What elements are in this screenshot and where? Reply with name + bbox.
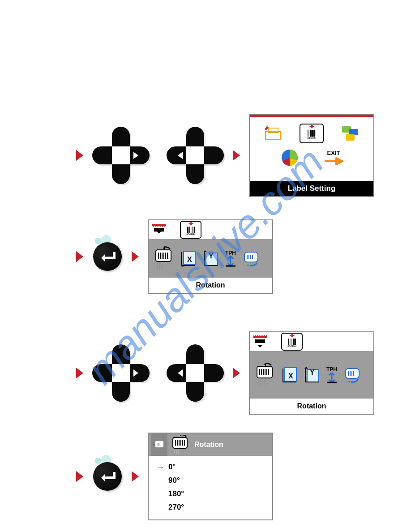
option-label: 180° (168, 489, 184, 498)
svg-rect-5 (346, 134, 355, 141)
step-arrow-icon (76, 251, 83, 262)
rotation-option[interactable]: 90° (156, 474, 265, 487)
step-arrow-icon (76, 150, 83, 161)
step-arrow-icon (76, 368, 83, 378)
svg-rect-33 (255, 339, 265, 343)
screen-footer-label: Rotation (250, 399, 373, 414)
devices-icon (337, 123, 364, 144)
x-offset-icon: X (179, 249, 197, 267)
option-label: 0° (168, 463, 176, 472)
tab-darkness-icon (151, 223, 167, 236)
tph-icon: TPH (224, 250, 237, 267)
dpad-left-button[interactable] (167, 344, 224, 402)
screen-footer-label: Rotation (149, 278, 272, 293)
feed-icon (242, 249, 261, 267)
step-arrow-icon (132, 251, 139, 262)
option-label: 90° (168, 476, 180, 485)
rotation-icon (154, 246, 175, 270)
dpad-left-button[interactable] (167, 127, 224, 184)
label-setting-screen: ✦ AB 04444 (249, 114, 374, 197)
dpad-right-button[interactable] (92, 127, 150, 184)
rotation-option[interactable]: → 0° (156, 460, 265, 474)
selected-arrow-icon: → (156, 462, 164, 472)
dpad-left-highlight-icon (178, 369, 183, 377)
dpad-right-highlight-icon (133, 152, 138, 159)
tab-label-icon: ✦ AB 04444 (281, 333, 303, 351)
y-offset-icon: Y (201, 249, 219, 267)
rotation-options-screen: Rotation → 0° 90° 180° 270° (148, 433, 273, 520)
dpad-left-highlight-icon (178, 152, 183, 159)
tab-label-icon: ✦ AB 04444 (180, 221, 201, 239)
exit-icon: EXIT (320, 147, 347, 168)
pie-chart-icon (276, 147, 303, 168)
y-offset-icon: Y (303, 366, 321, 384)
tab-darkness-icon (253, 335, 268, 348)
svg-text:Y: Y (310, 369, 315, 376)
step-arrow-icon (132, 471, 139, 482)
step-arrow-icon (233, 368, 240, 378)
back-icon (151, 433, 167, 456)
svg-rect-55 (155, 441, 163, 447)
svg-text:Y: Y (209, 252, 214, 260)
svg-text:X: X (187, 256, 192, 263)
tph-icon: TPH (325, 366, 338, 383)
svg-text:X: X (288, 372, 293, 380)
label-setting-icon: ✦ AB 04444 (298, 123, 325, 144)
dpad-right-button[interactable] (92, 344, 150, 402)
enter-button[interactable] (92, 241, 123, 272)
rotation-icon (255, 363, 276, 387)
exit-label: EXIT (327, 150, 340, 156)
rotation-submenu-screen-2: ✦ AB 04444 X Y (249, 331, 374, 415)
rotation-submenu-screen: ✦ AB 04444 X Y (148, 219, 273, 294)
svg-rect-9 (154, 228, 164, 232)
x-offset-icon: X (280, 366, 298, 384)
dpad-right-highlight-icon (133, 369, 138, 377)
rotation-option[interactable]: 270° (156, 501, 265, 514)
rotation-header-label: Rotation (194, 441, 223, 449)
screen-title-bar: Label Setting (250, 181, 373, 196)
rotation-header-icon (171, 435, 191, 455)
step-arrow-icon (76, 471, 83, 482)
feed-icon (343, 366, 363, 384)
step-arrow-icon (233, 150, 240, 161)
svg-point-2 (266, 125, 268, 127)
option-label: 270° (168, 503, 184, 512)
printer-setup-icon (260, 123, 287, 144)
svg-rect-59 (173, 438, 187, 448)
enter-button[interactable] (92, 461, 123, 492)
svg-rect-4 (349, 129, 358, 135)
rotation-option[interactable]: 180° (156, 487, 265, 501)
